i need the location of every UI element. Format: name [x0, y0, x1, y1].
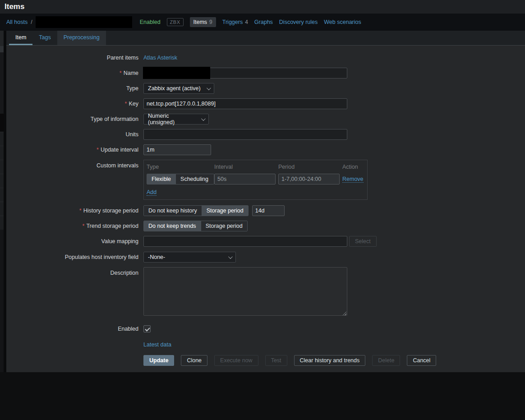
enabled-checkbox[interactable] [143, 325, 151, 332]
all-hosts-link[interactable]: All hosts [6, 19, 28, 25]
chevron-down-icon [228, 254, 233, 259]
test-button: Test [265, 355, 287, 366]
sidebar-edge-menu-item [0, 216, 4, 230]
row-name: *Name [6, 68, 525, 78]
interval-type-scheduling[interactable]: Scheduling [175, 174, 213, 184]
sidebar-edge-menu-item [0, 202, 4, 216]
required-asterisk: * [125, 101, 127, 107]
inventory-field-value: -None- [148, 254, 165, 260]
trend-storage-toggle: Do not keep trends Storage period [143, 221, 248, 231]
row-type-of-information: Type of information Numeric (unsigned) [6, 114, 525, 125]
custom-interval-row: Flexible Scheduling Remove [147, 174, 364, 185]
sidebar-edge-menu-item [0, 188, 4, 202]
type-select[interactable]: Zabbix agent (active) [143, 83, 214, 94]
history-storage-label: *History storage period [6, 205, 138, 216]
column-header-type: Type [147, 164, 214, 170]
units-label: Units [6, 129, 138, 140]
sidebar-edge-segment [0, 46, 4, 52]
item-form: Parent items Atlas Asterisk *Name [6, 46, 525, 378]
name-label: *Name [6, 68, 138, 78]
redacted-name-value [143, 67, 210, 79]
interval-input[interactable] [214, 174, 276, 185]
value-mapping-input[interactable] [143, 236, 347, 247]
zbx-agent-badge: ZBX [167, 18, 184, 26]
remove-interval-link[interactable]: Remove [342, 176, 364, 183]
execute-now-button: Execute now [214, 355, 258, 366]
type-of-information-select[interactable]: Numeric (unsigned) [143, 114, 209, 125]
column-header-action: Action [342, 164, 364, 170]
type-label: Type [6, 83, 138, 94]
tab-item[interactable]: Item [9, 31, 32, 45]
delete-button: Delete [372, 355, 400, 366]
tab-tags[interactable]: Tags [32, 31, 57, 45]
row-type: Type Zabbix agent (active) [6, 83, 525, 94]
history-storage-toggle: Do not keep history Storage period [143, 205, 249, 216]
latest-data-link[interactable]: Latest data [143, 342, 171, 348]
parent-items-label: Parent items [6, 55, 138, 61]
history-storage-period-button[interactable]: Storage period [202, 206, 248, 216]
row-description: Description [6, 267, 525, 317]
type-select-value: Zabbix agent (active) [148, 85, 201, 92]
value-mapping-select-button: Select [349, 236, 377, 247]
redacted-host-name [36, 16, 132, 28]
row-enabled: Enabled [6, 325, 525, 332]
parent-item-link[interactable]: Atlas Asterisk [143, 55, 177, 61]
row-latest-data: Latest data [6, 342, 525, 348]
nav-triggers[interactable]: Triggers4 [222, 19, 248, 25]
required-asterisk: * [97, 147, 99, 153]
interval-type-toggle: Flexible Scheduling [147, 174, 214, 185]
page-title: Items [5, 2, 525, 11]
nav-items-label: Items [193, 19, 207, 25]
history-period-input[interactable] [252, 205, 285, 216]
sidebar-edge-menu-item [0, 132, 4, 146]
nav-items-active[interactable]: Items9 [190, 17, 216, 27]
interval-type-flexible[interactable]: Flexible [147, 174, 175, 184]
type-of-information-label: Type of information [6, 114, 138, 125]
host-status-badge: Enabled [140, 19, 161, 25]
nav-web-scenarios[interactable]: Web scenarios [324, 19, 361, 25]
required-asterisk: * [83, 223, 85, 229]
history-do-not-keep-button[interactable]: Do not keep history [144, 206, 202, 216]
update-button[interactable]: Update [143, 355, 174, 366]
sidebar-edge-segment [0, 230, 4, 372]
add-interval-link[interactable]: Add [147, 189, 157, 196]
body-region: Item Tags Preprocessing Parent items Atl… [0, 31, 525, 372]
breadcrumb-separator: / [31, 19, 32, 25]
column-header-interval: Interval [214, 164, 278, 170]
row-history-storage: *History storage period Do not keep hist… [6, 205, 525, 216]
form-tabs: Item Tags Preprocessing [6, 31, 525, 46]
enabled-label: Enabled [6, 325, 138, 332]
units-input[interactable] [143, 129, 347, 140]
inventory-field-select[interactable]: -None- [143, 252, 236, 263]
custom-intervals-header: Type Interval Period Action [147, 163, 364, 170]
nav-discovery-rules[interactable]: Discovery rules [279, 19, 318, 25]
clone-button[interactable]: Clone [181, 355, 207, 366]
update-interval-input[interactable] [143, 144, 211, 155]
custom-intervals-table: Type Interval Period Action Flexible Sch… [143, 160, 368, 200]
type-of-information-value: Numeric (unsigned) [148, 113, 197, 125]
nav-triggers-label: Triggers [222, 19, 243, 25]
period-input[interactable] [278, 174, 340, 185]
key-label: *Key [6, 98, 138, 109]
trend-storage-label: *Trend storage period [6, 221, 138, 231]
clear-history-button[interactable]: Clear history and trends [294, 355, 366, 366]
inventory-field-label: Populates host inventory field [6, 252, 138, 263]
required-asterisk: * [120, 70, 122, 76]
sidebar-edge-segment [0, 31, 4, 46]
description-textarea[interactable] [143, 267, 347, 316]
chevron-down-icon [207, 86, 211, 90]
row-update-interval: *Update interval [6, 144, 525, 155]
trend-storage-period-button[interactable]: Storage period [201, 221, 247, 231]
column-header-period: Period [278, 164, 342, 170]
row-inventory-field: Populates host inventory field -None- [6, 252, 525, 263]
sidebar-edge-segment [0, 52, 4, 114]
breadcrumb: All hosts / Enabled ZBX Items9 Triggers4… [0, 14, 525, 31]
tab-preprocessing[interactable]: Preprocessing [57, 31, 106, 45]
update-interval-label: *Update interval [6, 144, 138, 155]
key-input[interactable] [143, 98, 347, 109]
cancel-button[interactable]: Cancel [407, 355, 436, 366]
trend-do-not-keep-button[interactable]: Do not keep trends [144, 221, 201, 231]
chevron-down-icon [201, 116, 206, 121]
nav-graphs[interactable]: Graphs [254, 19, 273, 25]
required-asterisk: * [79, 208, 82, 214]
